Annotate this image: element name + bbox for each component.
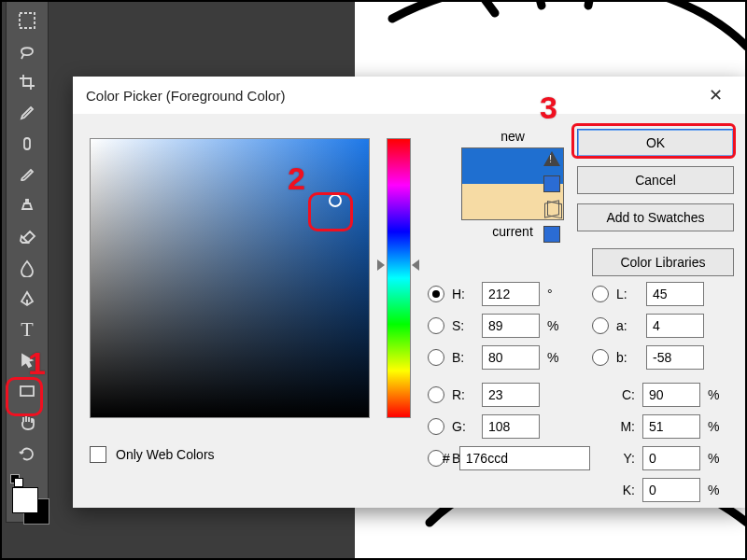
spot-heal-tool[interactable]: [10, 131, 44, 158]
color-swatch-control[interactable]: [7, 474, 48, 522]
gamut-warning-icon[interactable]: [543, 151, 560, 166]
close-icon[interactable]: ✕: [698, 85, 732, 105]
type-tool[interactable]: T: [10, 315, 44, 343]
new-label: new: [433, 129, 592, 144]
radio-g[interactable]: [428, 418, 444, 435]
blur-tool[interactable]: [10, 254, 44, 281]
default-colors-icon[interactable]: [10, 474, 23, 487]
color-libraries-label: Color Libraries: [620, 255, 705, 270]
input-r[interactable]: 23: [482, 383, 540, 407]
unit-m: %: [708, 419, 725, 434]
eraser-tool[interactable]: [10, 223, 44, 250]
add-to-swatches-button[interactable]: Add to Swatches: [577, 203, 734, 231]
only-web-colors-checkbox[interactable]: [90, 446, 106, 463]
radio-lab-b[interactable]: [592, 349, 609, 366]
cancel-button-label: Cancel: [635, 173, 676, 188]
label-l: L:: [616, 287, 639, 301]
brush-tool[interactable]: [10, 161, 44, 189]
rotate-view-tool[interactable]: [10, 440, 44, 467]
input-y[interactable]: 0: [642, 446, 700, 470]
hue-pointer-right: [412, 259, 419, 271]
hex-input[interactable]: 176ccd: [459, 446, 590, 470]
hue-pointer-left: [377, 259, 385, 271]
hex-prefix: #: [443, 451, 450, 466]
unit-s: %: [547, 318, 564, 333]
radio-h[interactable]: [428, 286, 444, 302]
input-c[interactable]: 90: [642, 383, 700, 407]
radio-a[interactable]: [592, 317, 609, 334]
marquee-tool[interactable]: [10, 7, 44, 34]
color-libraries-button[interactable]: Color Libraries: [592, 248, 734, 276]
add-to-swatches-label: Add to Swatches: [606, 210, 704, 225]
current-label: current: [433, 224, 592, 239]
clone-stamp-tool[interactable]: [10, 192, 44, 219]
input-bv[interactable]: 80: [482, 345, 540, 370]
dialog-title: Color Picker (Foreground Color): [86, 88, 285, 104]
pen-tool[interactable]: [10, 285, 44, 312]
step-2-highlight: [308, 192, 353, 231]
input-h[interactable]: 212: [482, 282, 540, 306]
label-bv: B:: [452, 350, 474, 365]
unit-y: %: [708, 451, 725, 466]
lasso-tool[interactable]: [10, 37, 44, 64]
step-3-highlight: [571, 123, 736, 159]
radio-bv[interactable]: [428, 349, 444, 366]
color-preview: new current: [433, 129, 592, 239]
gamut-corrected-swatch[interactable]: [543, 175, 560, 192]
svg-rect-1: [24, 138, 30, 149]
label-s: S:: [452, 318, 474, 333]
step-2-label: 2: [288, 161, 305, 197]
radio-r[interactable]: [428, 386, 444, 403]
input-lab-b[interactable]: -58: [646, 345, 704, 370]
input-m[interactable]: 51: [642, 414, 700, 439]
websafe-warning-icon[interactable]: [544, 202, 559, 217]
eyedropper-tool[interactable]: [10, 99, 44, 126]
cancel-button[interactable]: Cancel: [577, 166, 734, 194]
label-h: H:: [452, 287, 474, 301]
only-web-colors-label: Only Web Colors: [116, 447, 215, 462]
unit-h: °: [547, 287, 564, 301]
color-field[interactable]: [90, 138, 370, 418]
crop-tool[interactable]: [10, 68, 44, 95]
unit-k: %: [708, 483, 725, 497]
label-lab-b: b:: [616, 350, 639, 365]
input-a[interactable]: 4: [646, 314, 704, 338]
tools-panel: T: [6, 0, 49, 523]
label-k: K:: [611, 483, 635, 497]
input-k[interactable]: 0: [642, 478, 700, 502]
hue-slider[interactable]: [387, 138, 411, 418]
label-r: R:: [452, 387, 474, 402]
radio-l[interactable]: [592, 286, 609, 302]
input-l[interactable]: 45: [646, 282, 704, 306]
dialog-titlebar: Color Picker (Foreground Color) ✕: [73, 77, 745, 114]
warning-stack: [543, 151, 560, 243]
label-c: C:: [611, 387, 635, 402]
label-y: Y:: [611, 451, 635, 466]
foreground-color-swatch[interactable]: [12, 487, 38, 513]
websafe-corrected-swatch[interactable]: [543, 226, 560, 243]
svg-rect-0: [20, 13, 35, 28]
label-a: a:: [616, 318, 639, 333]
label-g: G:: [452, 419, 474, 434]
unit-bv: %: [547, 350, 564, 365]
input-g[interactable]: 108: [482, 414, 540, 439]
radio-s[interactable]: [428, 317, 444, 334]
step-1-highlight: [6, 377, 43, 416]
unit-c: %: [708, 387, 725, 402]
step-3-label: 3: [540, 90, 557, 126]
label-m: M:: [611, 419, 635, 434]
input-s[interactable]: 89: [482, 314, 540, 338]
